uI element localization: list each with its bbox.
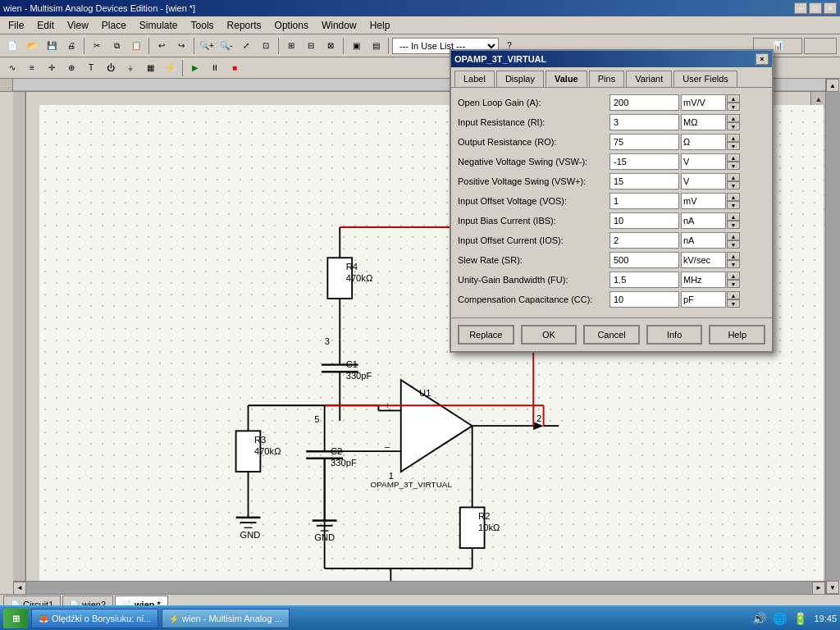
dialog-tab-pins[interactable]: Pins [589, 71, 624, 87]
dialog-overlay: OPAMP_3T_VIRTUAL × Label Display Value P… [0, 0, 840, 630]
param-label-offsetcurrent: Input Offset Current (IOS): [458, 235, 609, 245]
ok-button[interactable]: OK [521, 325, 578, 345]
spin-up-inputoffset[interactable]: ▲ [727, 193, 740, 201]
spin-down-biascurrent[interactable]: ▼ [727, 221, 740, 229]
dialog-tabs: Label Display Value Pins Variant User Fi… [451, 67, 772, 87]
dialog-tab-display[interactable]: Display [496, 71, 544, 87]
param-input-posswing[interactable] [609, 173, 679, 189]
param-label-inputoffset: Input Offset Voltage (VOS): [458, 196, 609, 206]
spinner-inputoffset: ▲ ▼ [727, 193, 740, 209]
param-unit-slewrate[interactable] [681, 252, 726, 268]
param-unit-openloopgain[interactable] [681, 94, 726, 111]
spin-up-compcap[interactable]: ▲ [727, 291, 740, 299]
dialog-tab-label[interactable]: Label [454, 71, 495, 87]
opamp-dialog: OPAMP_3T_VIRTUAL × Label Display Value P… [450, 49, 774, 353]
param-label-posswing: Positive Voltage Swing (VSW+): [458, 176, 609, 186]
param-row-inputoffset: Input Offset Voltage (VOS): ▲ ▼ [458, 193, 765, 209]
spinner-biascurrent: ▲ ▼ [727, 212, 740, 229]
spin-up-posswing[interactable]: ▲ [727, 173, 740, 181]
param-unit-compcap[interactable] [681, 291, 726, 308]
param-row-offsetcurrent: Input Offset Current (IOS): ▲ ▼ [458, 232, 765, 249]
param-input-offsetcurrent[interactable] [609, 232, 679, 249]
param-unit-biascurrent[interactable] [681, 212, 726, 229]
param-row-slewrate: Slew Rate (SR): ▲ ▼ [458, 252, 765, 268]
param-input-openloopgain[interactable] [609, 94, 679, 111]
spinner-slewrate: ▲ ▼ [727, 252, 740, 268]
spin-down-outputresistance[interactable]: ▼ [727, 142, 740, 150]
param-label-compcap: Compensation Capacitance (CC): [458, 294, 609, 304]
param-label-negswing: Negative Voltage Swing (VSW-): [458, 157, 609, 167]
info-button[interactable]: Info [646, 325, 703, 345]
param-label-openloopgain: Open Loop Gain (A): [458, 98, 609, 107]
spin-down-compcap[interactable]: ▼ [727, 299, 740, 308]
spin-down-posswing[interactable]: ▼ [727, 181, 740, 189]
param-unit-inputresistance[interactable] [681, 114, 726, 130]
param-input-compcap[interactable] [609, 291, 679, 308]
help-button[interactable]: Help [709, 325, 765, 345]
param-label-outputresistance: Output Resistance (RO): [458, 137, 609, 147]
param-input-bandwidth[interactable] [609, 272, 679, 288]
spin-up-inputresistance[interactable]: ▲ [727, 114, 740, 122]
spin-down-bandwidth[interactable]: ▼ [727, 280, 740, 288]
cancel-button[interactable]: Cancel [583, 325, 640, 345]
dialog-content: Open Loop Gain (A): ▲ ▼ Input Resistance… [451, 87, 772, 317]
param-label-inputresistance: Input Resistance (RI): [458, 117, 609, 127]
spin-up-negswing[interactable]: ▲ [727, 153, 740, 162]
param-input-inputoffset[interactable] [609, 193, 679, 209]
spin-down-inputresistance[interactable]: ▼ [727, 122, 740, 130]
spin-up-outputresistance[interactable]: ▲ [727, 134, 740, 142]
spinner-outputresistance: ▲ ▼ [727, 134, 740, 150]
param-unit-bandwidth[interactable] [681, 272, 726, 288]
param-label-bandwidth: Unity-Gain Bandwidth (FU): [458, 275, 609, 285]
spinner-inputresistance: ▲ ▼ [727, 114, 740, 130]
spin-up-openloopgain[interactable]: ▲ [727, 94, 740, 103]
param-row-compcap: Compensation Capacitance (CC): ▲ ▼ [458, 291, 765, 308]
param-row-biascurrent: Input Bias Current (IBS): ▲ ▼ [458, 212, 765, 229]
spin-down-openloopgain[interactable]: ▼ [727, 103, 740, 111]
param-input-outputresistance[interactable] [609, 134, 679, 150]
param-row-inputresistance: Input Resistance (RI): ▲ ▼ [458, 114, 765, 130]
spin-down-offsetcurrent[interactable]: ▼ [727, 240, 740, 249]
param-unit-inputoffset[interactable] [681, 193, 726, 209]
dialog-titlebar: OPAMP_3T_VIRTUAL × [451, 51, 772, 67]
dialog-footer: Replace OK Cancel Info Help [451, 317, 772, 351]
dialog-tab-userfields[interactable]: User Fields [673, 71, 737, 87]
param-input-biascurrent[interactable] [609, 212, 679, 229]
dialog-title: OPAMP_3T_VIRTUAL [454, 54, 546, 64]
spinner-negswing: ▲ ▼ [727, 153, 740, 170]
param-unit-outputresistance[interactable] [681, 134, 726, 150]
spin-down-inputoffset[interactable]: ▼ [727, 201, 740, 209]
dialog-close-button[interactable]: × [756, 53, 769, 65]
spinner-openloopgain: ▲ ▼ [727, 94, 740, 111]
dialog-tab-value[interactable]: Value [546, 71, 587, 87]
param-input-negswing[interactable] [609, 153, 679, 170]
param-unit-offsetcurrent[interactable] [681, 232, 726, 249]
spinner-bandwidth: ▲ ▼ [727, 272, 740, 288]
spin-up-offsetcurrent[interactable]: ▲ [727, 232, 740, 240]
spinner-posswing: ▲ ▼ [727, 173, 740, 189]
param-label-slewrate: Slew Rate (SR): [458, 255, 609, 265]
dialog-tab-variant[interactable]: Variant [626, 71, 672, 87]
spinner-compcap: ▲ ▼ [727, 291, 740, 308]
param-row-negswing: Negative Voltage Swing (VSW-): ▲ ▼ [458, 153, 765, 170]
spin-down-negswing[interactable]: ▼ [727, 162, 740, 170]
spin-up-biascurrent[interactable]: ▲ [727, 212, 740, 221]
spin-up-slewrate[interactable]: ▲ [727, 252, 740, 260]
replace-button[interactable]: Replace [458, 325, 514, 345]
param-row-outputresistance: Output Resistance (RO): ▲ ▼ [458, 134, 765, 150]
spin-up-bandwidth[interactable]: ▲ [727, 272, 740, 280]
spinner-offsetcurrent: ▲ ▼ [727, 232, 740, 249]
param-input-inputresistance[interactable] [609, 114, 679, 130]
param-row-openloopgain: Open Loop Gain (A): ▲ ▼ [458, 94, 765, 111]
param-input-slewrate[interactable] [609, 252, 679, 268]
param-unit-negswing[interactable] [681, 153, 726, 170]
param-label-biascurrent: Input Bias Current (IBS): [458, 216, 609, 226]
param-row-bandwidth: Unity-Gain Bandwidth (FU): ▲ ▼ [458, 272, 765, 288]
spin-down-slewrate[interactable]: ▼ [727, 260, 740, 268]
param-unit-posswing[interactable] [681, 173, 726, 189]
param-row-posswing: Positive Voltage Swing (VSW+): ▲ ▼ [458, 173, 765, 189]
